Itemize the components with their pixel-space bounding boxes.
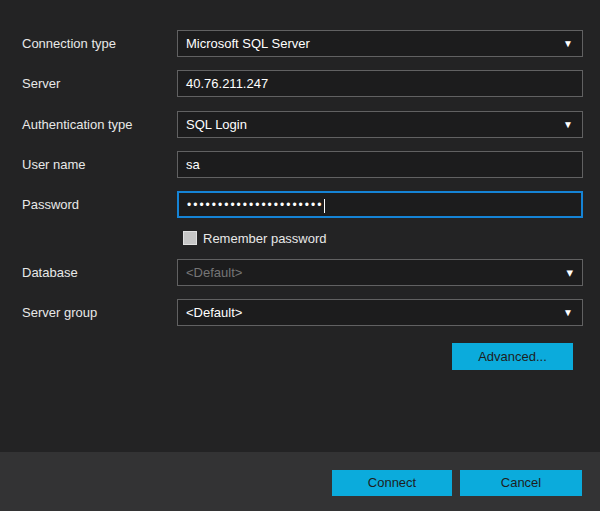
password-masked-value: •••••••••••••••••••••• [187, 198, 323, 212]
user-name-label: User name [22, 151, 86, 178]
chevron-down-icon: ▼ [563, 31, 573, 56]
server-group-label: Server group [22, 299, 97, 326]
server-group-value: <Default> [186, 305, 242, 320]
advanced-button[interactable]: Advanced... [452, 343, 573, 370]
server-value: 40.76.211.247 [186, 76, 268, 91]
password-label: Password [22, 191, 79, 218]
password-input[interactable]: •••••••••••••••••••••• [177, 191, 583, 218]
user-name-input[interactable]: sa [177, 151, 583, 178]
server-group-select[interactable]: <Default> ▼ [177, 299, 583, 326]
connection-type-select[interactable]: Microsoft SQL Server ▼ [177, 30, 583, 57]
database-select[interactable]: <Default> ▾ [177, 259, 583, 286]
connection-dialog: { "form": { "connection_type": { "label"… [0, 0, 600, 511]
authentication-type-label: Authentication type [22, 111, 133, 138]
cancel-button[interactable]: Cancel [460, 470, 582, 496]
chevron-down-icon: ▾ [566, 260, 573, 285]
remember-password-label: Remember password [203, 225, 327, 252]
connect-button[interactable]: Connect [332, 470, 452, 496]
text-caret [324, 199, 325, 213]
connection-type-value: Microsoft SQL Server [186, 36, 310, 51]
server-input[interactable]: 40.76.211.247 [177, 70, 583, 97]
database-label: Database [22, 259, 78, 286]
remember-password-checkbox[interactable] [183, 231, 197, 245]
user-name-value: sa [186, 157, 200, 172]
authentication-type-value: SQL Login [186, 117, 247, 132]
connection-type-label: Connection type [22, 30, 116, 57]
server-label: Server [22, 70, 60, 97]
database-placeholder: <Default> [186, 265, 242, 280]
authentication-type-select[interactable]: SQL Login ▼ [177, 111, 583, 138]
chevron-down-icon: ▼ [563, 112, 573, 137]
chevron-down-icon: ▼ [563, 300, 573, 325]
